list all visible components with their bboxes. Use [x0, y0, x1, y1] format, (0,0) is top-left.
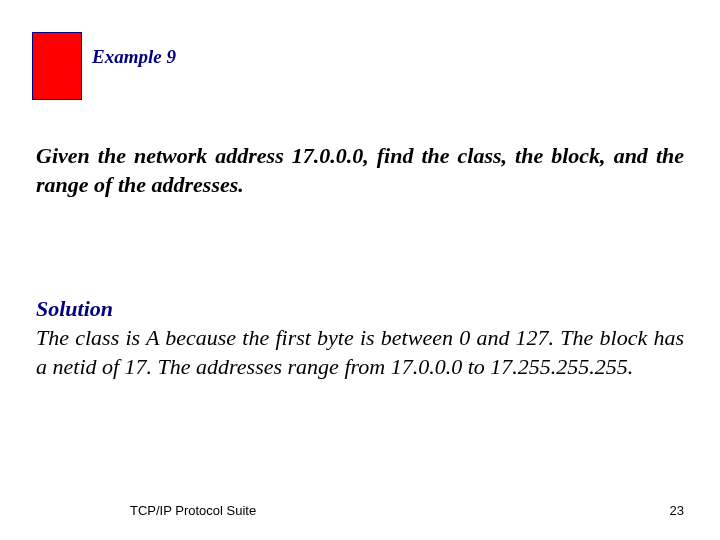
problem-statement: Given the network address 17.0.0.0, find…: [36, 142, 684, 199]
accent-box: [32, 32, 82, 100]
example-title: Example 9: [92, 46, 176, 68]
footer-source: TCP/IP Protocol Suite: [130, 503, 256, 518]
solution-body: The class is A because the first byte is…: [36, 324, 684, 381]
solution-heading: Solution: [36, 296, 113, 322]
page-number: 23: [670, 503, 684, 518]
